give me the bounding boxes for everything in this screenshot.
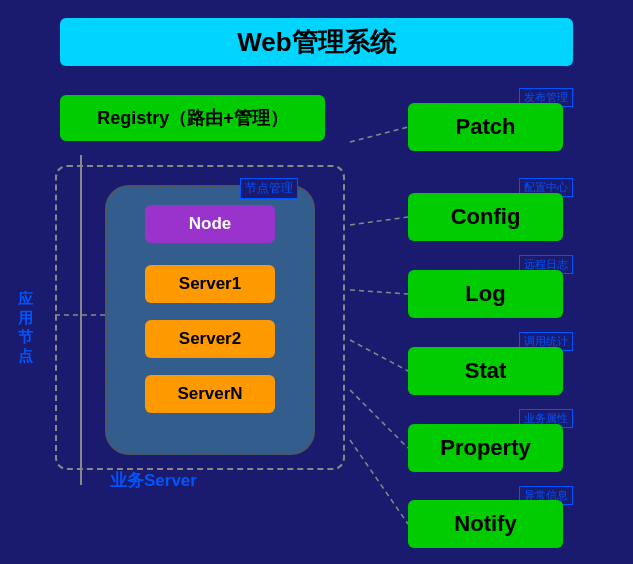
server1-label: Server1 — [179, 274, 241, 294]
registry-label: Registry（路由+管理） — [97, 106, 288, 130]
stat-box: Stat — [408, 347, 563, 395]
patch-box: Patch — [408, 103, 563, 151]
svg-line-3 — [350, 340, 408, 371]
app-node-label: 应 用 节 点 — [18, 290, 33, 366]
config-label: Config — [451, 204, 521, 230]
svg-line-5 — [350, 440, 408, 524]
patch-label: Patch — [456, 114, 516, 140]
node-box: Node — [145, 205, 275, 243]
server2-box: Server2 — [145, 320, 275, 358]
notify-label: Notify — [454, 511, 516, 537]
svg-line-0 — [350, 127, 408, 142]
stat-label: Stat — [465, 358, 507, 384]
biz-server-label: 业务Server — [110, 469, 197, 492]
log-label: Log — [465, 281, 505, 307]
node-mgmt-label: 节点管理 — [240, 178, 298, 199]
serverN-box: ServerN — [145, 375, 275, 413]
svg-line-1 — [350, 217, 408, 225]
config-box: Config — [408, 193, 563, 241]
node-label: Node — [189, 214, 232, 234]
notify-box: Notify — [408, 500, 563, 548]
title-text: Web管理系统 — [237, 25, 395, 60]
title-bar: Web管理系统 — [60, 18, 573, 66]
svg-line-4 — [350, 390, 408, 448]
property-box: Property — [408, 424, 563, 472]
main-container: Web管理系统 Registry（路由+管理） 应 用 节 点 节点管理 Nod… — [0, 0, 633, 564]
server2-label: Server2 — [179, 329, 241, 349]
property-label: Property — [440, 435, 530, 461]
log-box: Log — [408, 270, 563, 318]
registry-box: Registry（路由+管理） — [60, 95, 325, 141]
serverN-label: ServerN — [177, 384, 242, 404]
server1-box: Server1 — [145, 265, 275, 303]
svg-line-2 — [350, 290, 408, 294]
